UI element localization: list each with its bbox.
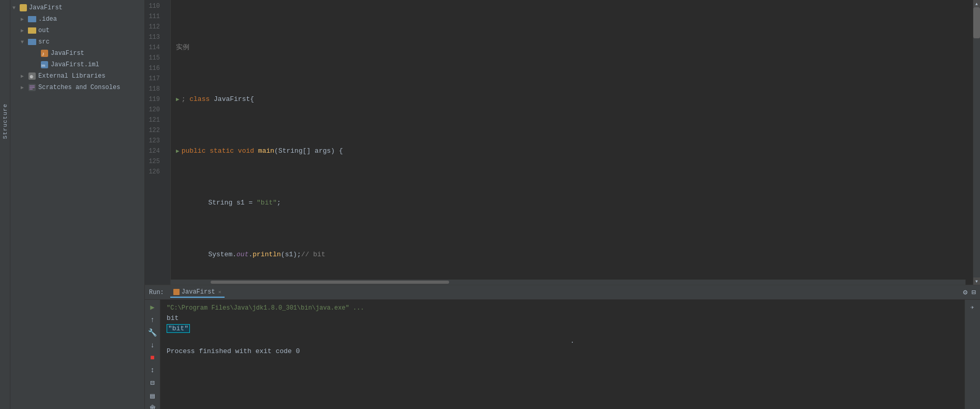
line-numbers: 110 111 112 113 114 115 116 117 118 119 … [145,0,171,285]
run-tab-icon [173,289,180,295]
scrollbar-thumb[interactable] [973,7,980,38]
java-file-icon: J [40,49,49,57]
code-text: String s1 = [176,198,257,208]
code-text: ; [182,94,186,105]
run-output-dot: . [167,336,958,346]
run-label: Run: [149,289,164,296]
structure-label[interactable]: Structure [2,104,8,139]
code-editor[interactable]: 实例 ▶ ; class JavaFirst{ ▶ public static [171,0,973,285]
folder-icon [28,16,36,22]
code-keyword: void [238,146,258,156]
code-keyword: class [185,94,214,105]
code-fn: main [258,146,274,156]
code-comment: // bit [301,250,325,260]
main-content: 110 111 112 113 114 115 116 117 118 119 … [145,0,980,409]
run-rerun-btn[interactable]: ↕ [147,366,158,374]
line-num: 124 [145,146,165,156]
line-num: 116 [145,63,165,74]
run-trash-btn[interactable]: 🗑 [147,404,158,409]
sidebar-item-idea[interactable]: ▶ .idea [10,13,144,25]
run-left-toolbar: ▶ ↑ 🔧 ↓ ■ ↕ ⊟ ▤ 🗑 📌 [145,300,160,409]
ext-lib-icon: ⊕ [28,72,36,80]
code-text: (s1); [281,250,301,260]
sidebar-item-label: JavaFirst.iml [51,61,99,68]
code-line-113: String s1 = "bit" ; [176,198,973,208]
code-text: JavaFirst{ [214,94,254,105]
sidebar-item-javafirst[interactable]: ▼ JavaFirst [10,2,144,13]
sidebar-item-label: src [38,38,50,46]
sidebar-item-src[interactable]: ▼ src [10,36,144,48]
run-tab-label: JavaFirst [182,288,215,296]
code-fn: println [253,250,281,260]
sidebar-item-scratches[interactable]: ▶ Scratches and Consoles [10,82,144,93]
code-text: (String[] args) { [274,146,343,156]
run-header-actions: ⚙ ⊟ [963,288,976,297]
line-num: 119 [145,94,165,105]
sidebar-item-external-libraries[interactable]: ▶ ⊕ External Libraries [10,70,144,82]
sidebar-item-javafirst-java[interactable]: J JavaFirst [10,48,144,59]
sidebar-item-label: JavaFirst [51,50,84,57]
sidebar-item-label: External Libraries [38,72,106,80]
run-play-btn[interactable]: ▶ [147,303,158,312]
run-output-quoted-bit: "bit" [167,324,958,334]
editor-area: 110 111 112 113 114 115 116 117 118 119 … [145,0,980,285]
project-sidebar: ▼ JavaFirst ▶ .idea ▶ out ▼ src J [10,0,145,409]
run-output: "C:\Program Files\Java\jdk1.8.0_301\bin\… [160,300,964,409]
arrow-icon: ▶ [21,84,27,91]
code-viewport: 实例 ▶ ; class JavaFirst{ ▶ public static [171,0,973,285]
sidebar-item-out[interactable]: ▶ out [10,25,144,36]
svg-text:⊕: ⊕ [29,74,34,79]
arrow-icon: ▶ [21,73,27,79]
run-collapse-btn[interactable]: ⊟ [147,378,158,387]
code-string: "bit" [257,198,277,208]
run-scroll-down-btn[interactable]: ↓ [147,341,158,349]
run-tab-close-btn[interactable]: ✕ [218,289,221,295]
run-exit-message: Process finished with exit code 0 [167,346,958,357]
run-print-btn[interactable]: ▤ [147,391,158,400]
run-arrow-icon: ▶ [176,146,180,156]
line-num: 110 [145,1,165,11]
scrollbar-down-btn[interactable]: ▼ [973,277,980,285]
svg-text:im: im [41,64,46,67]
code-text: 实例 [176,42,189,53]
line-num: 113 [145,32,165,42]
line-num: 122 [145,125,165,136]
arrow-icon: ▼ [12,5,19,11]
line-num: 117 [145,74,165,84]
line-num: 120 [145,105,165,115]
code-text: System. [176,250,236,260]
vertical-scrollbar[interactable]: ▲ ▼ [973,0,980,285]
run-tab-javafirst[interactable]: JavaFirst ✕ [170,287,225,298]
run-body: ▶ ↑ 🔧 ↓ ■ ↕ ⊟ ▤ 🗑 📌 "C:\Program Files\Ja… [145,300,980,409]
scrollbar-up-btn[interactable]: ▲ [973,0,980,7]
highlighted-output: "bit" [167,324,190,333]
line-num: 123 [145,136,165,146]
run-right-toolbar: ✈ [964,300,980,409]
run-wrench-btn[interactable]: 🔧 [147,328,158,337]
svg-text:J: J [42,52,44,56]
code-keyword: static [210,146,238,156]
run-panel-header: Run: JavaFirst ✕ ⚙ ⊟ [145,285,980,300]
project-icon [20,4,27,11]
code-keyword: public [182,146,210,156]
line-num: 121 [145,115,165,125]
file-tree: ▼ JavaFirst ▶ .idea ▶ out ▼ src J [10,0,144,409]
code-text: . [248,250,253,260]
run-right-btn-1[interactable]: ✈ [968,302,978,312]
code-line-110: 实例 [176,42,973,53]
arrow-icon: ▶ [21,27,27,34]
scroll-down-icon: ▼ [975,279,978,284]
settings-icon[interactable]: ⚙ [963,288,967,297]
line-num: 111 [145,11,165,22]
scratches-icon [28,83,36,92]
horizontal-scrollbar[interactable] [171,280,966,285]
run-stop-btn[interactable]: ■ [147,354,158,362]
scrollbar-thumb[interactable] [211,281,449,284]
run-scroll-up-btn[interactable]: ↑ [147,316,158,324]
line-num: 115 [145,53,165,63]
code-line-111: ▶ ; class JavaFirst{ [176,94,973,105]
sidebar-item-javafirst-iml[interactable]: im JavaFirst.iml [10,59,144,70]
sidebar-item-label: .idea [38,16,57,23]
expand-icon[interactable]: ⊟ [972,288,976,297]
line-num: 126 [145,167,165,177]
